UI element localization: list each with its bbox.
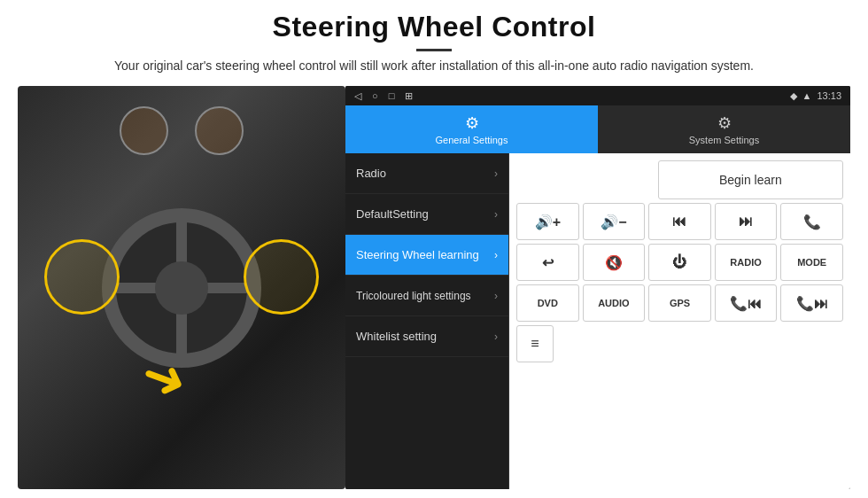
grid-nav-icon[interactable]: ⊞ bbox=[405, 90, 413, 102]
page-container: Steering Wheel Control Your original car… bbox=[0, 0, 868, 498]
signal-icon: ▲ bbox=[802, 90, 812, 101]
menu-item-default-setting[interactable]: DefaultSetting › bbox=[345, 194, 508, 235]
tab-system-settings[interactable]: ⚙ System Settings bbox=[598, 105, 850, 153]
chevron-radio: › bbox=[494, 167, 498, 180]
radio-label: RADIO bbox=[730, 257, 761, 268]
control-row-2: ↩ 🔇 ⏻ RADIO MODE bbox=[516, 244, 843, 281]
dvd-button[interactable]: DVD bbox=[516, 284, 579, 322]
chevron-whitelist: › bbox=[494, 331, 498, 343]
vol-up-icon: 🔊+ bbox=[535, 214, 561, 230]
menu-item-steering-wheel[interactable]: Steering Wheel learning › bbox=[345, 235, 508, 276]
left-menu: Radio › DefaultSetting › Steering Wheel … bbox=[345, 153, 509, 489]
subtitle-text: Your original car's steering wheel contr… bbox=[35, 57, 833, 75]
next-icon: ⏭ bbox=[739, 214, 753, 230]
menu-label-steering: Steering Wheel learning bbox=[356, 248, 479, 261]
gauge-right bbox=[195, 106, 244, 155]
system-settings-icon: ⚙ bbox=[717, 113, 732, 133]
menu-item-whitelist[interactable]: Whitelist setting › bbox=[345, 316, 508, 357]
dash-hint bbox=[120, 106, 244, 155]
status-time: 13:13 bbox=[817, 90, 841, 101]
recent-nav-icon[interactable]: □ bbox=[389, 90, 395, 102]
call-prev-icon: 📞⏮ bbox=[730, 295, 762, 312]
gps-label: GPS bbox=[670, 298, 690, 308]
vol-down-button[interactable]: 🔊− bbox=[583, 203, 646, 240]
location-icon: ◆ bbox=[790, 90, 797, 102]
prev-icon: ⏮ bbox=[672, 214, 686, 230]
back-nav-icon[interactable]: ◁ bbox=[354, 90, 361, 102]
status-right: ◆ ▲ 13:13 bbox=[790, 90, 841, 102]
status-bar: ◁ ○ □ ⊞ ◆ ▲ 13:13 bbox=[345, 86, 850, 105]
wheel-center bbox=[155, 261, 208, 315]
chevron-tricoloured: › bbox=[494, 290, 498, 302]
power-button[interactable]: ⏻ bbox=[648, 244, 711, 281]
call-icon: 📞 bbox=[803, 214, 821, 230]
dvd-label: DVD bbox=[538, 298, 558, 308]
steering-wheel bbox=[102, 208, 261, 368]
call-button[interactable]: 📞 bbox=[780, 203, 843, 240]
highlight-circle-right bbox=[244, 239, 319, 315]
title-divider bbox=[416, 49, 452, 51]
back-button[interactable]: ↩ bbox=[516, 244, 579, 281]
begin-learn-row: Begin learn bbox=[516, 160, 843, 199]
chevron-default: › bbox=[494, 208, 498, 221]
car-image-panel: ➜ bbox=[18, 86, 345, 489]
vol-down-icon: 🔊− bbox=[601, 214, 626, 230]
prev-button[interactable]: ⏮ bbox=[648, 203, 711, 240]
control-row-1: 🔊+ 🔊− ⏮ ⏭ 📞 bbox=[516, 203, 843, 240]
power-icon: ⏻ bbox=[672, 254, 686, 270]
tab-system-label: System Settings bbox=[689, 135, 759, 145]
last-row: ≡ bbox=[516, 325, 843, 362]
radio-button[interactable]: RADIO bbox=[715, 244, 778, 281]
begin-learn-button[interactable]: Begin learn bbox=[658, 160, 843, 199]
nav-icons: ◁ ○ □ ⊞ bbox=[354, 90, 413, 102]
page-title: Steering Wheel Control bbox=[35, 11, 833, 43]
header-section: Steering Wheel Control Your original car… bbox=[0, 0, 868, 82]
mode-label: MODE bbox=[797, 257, 826, 268]
gps-button[interactable]: GPS bbox=[648, 284, 711, 322]
top-tabs: ⚙ General Settings ⚙ System Settings bbox=[345, 105, 850, 153]
gauge-left bbox=[120, 106, 168, 155]
audio-label: AUDIO bbox=[598, 298, 629, 308]
begin-learn-label: Begin learn bbox=[719, 173, 782, 187]
empty-cell bbox=[516, 160, 655, 199]
chevron-steering: › bbox=[494, 249, 498, 261]
right-content: Begin learn 🔊+ 🔊− ⏮ bbox=[509, 153, 850, 489]
call-next-icon: 📞⏭ bbox=[796, 295, 828, 312]
menu-item-tricoloured[interactable]: Tricoloured light settings › bbox=[345, 276, 508, 316]
tab-general-settings[interactable]: ⚙ General Settings bbox=[345, 105, 598, 153]
menu-label-whitelist: Whitelist setting bbox=[356, 330, 437, 343]
device-panel: ◁ ○ □ ⊞ ◆ ▲ 13:13 ⚙ General Settings bbox=[345, 86, 850, 489]
mute-button[interactable]: 🔇 bbox=[583, 244, 646, 281]
audio-button[interactable]: AUDIO bbox=[583, 284, 646, 322]
main-area: Radio › DefaultSetting › Steering Wheel … bbox=[345, 153, 850, 489]
general-settings-icon: ⚙ bbox=[465, 113, 479, 133]
call-next-button[interactable]: 📞⏭ bbox=[780, 284, 843, 322]
back-icon: ↩ bbox=[542, 254, 554, 271]
mute-icon: 🔇 bbox=[605, 254, 623, 271]
content-area: ➜ ◁ ○ □ ⊞ ◆ ▲ 13:13 ⚙ bbox=[0, 82, 868, 498]
list-icon: ≡ bbox=[531, 336, 539, 352]
tab-general-label: General Settings bbox=[436, 135, 508, 145]
menu-label-default: DefaultSetting bbox=[356, 207, 429, 221]
call-prev-button[interactable]: 📞⏮ bbox=[715, 284, 778, 322]
mode-button[interactable]: MODE bbox=[780, 244, 843, 281]
home-nav-icon[interactable]: ○ bbox=[372, 90, 378, 102]
vol-up-button[interactable]: 🔊+ bbox=[516, 203, 579, 240]
menu-item-radio[interactable]: Radio › bbox=[345, 153, 508, 194]
menu-label-radio: Radio bbox=[356, 167, 386, 180]
highlight-circle-left bbox=[44, 239, 120, 315]
control-row-3: DVD AUDIO GPS 📞⏮ 📞⏭ bbox=[516, 284, 843, 322]
menu-label-tricoloured: Tricoloured light settings bbox=[356, 290, 471, 302]
next-button[interactable]: ⏭ bbox=[715, 203, 778, 240]
list-icon-button[interactable]: ≡ bbox=[516, 325, 554, 362]
